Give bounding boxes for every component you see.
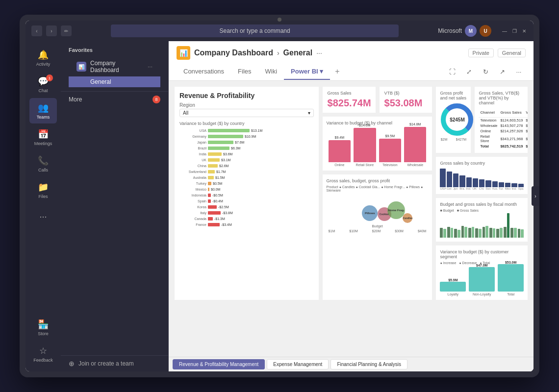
breadcrumb-options[interactable]: ··· bbox=[316, 49, 322, 57]
bar-fill-mexico bbox=[208, 188, 209, 191]
bar-value-turkey: $0.5M bbox=[213, 182, 222, 185]
channel-item-dashboard[interactable]: 📊 Company Dashboard ··· bbox=[69, 57, 160, 76]
compose-button[interactable]: ✏ bbox=[61, 25, 72, 36]
country-gross-box: Gross sales by country bbox=[436, 157, 528, 194]
sidebar-item-chat[interactable]: 💬 Chat 1 bbox=[29, 72, 57, 97]
chat-badge: 1 bbox=[46, 74, 53, 81]
app-layout: 🔔 Activity 💬 Chat 1 👥 Teams 📅 Meetings bbox=[25, 41, 534, 371]
sidebar-item-store[interactable]: 🏪 Store bbox=[29, 315, 57, 340]
bar-row-brazil: Brazil $6.3M bbox=[179, 146, 314, 150]
sidebar-label-feedback: Feedback bbox=[33, 358, 53, 363]
join-team-button[interactable]: ⊕ Join or create a team bbox=[69, 360, 160, 368]
forward-button[interactable]: › bbox=[46, 25, 57, 36]
toolbar-more-icon[interactable]: ··· bbox=[512, 65, 526, 78]
search-bar[interactable]: Search or type a command bbox=[111, 24, 399, 37]
header-actions: Private General bbox=[468, 49, 526, 57]
country-gross-labels: USA Ger. Jpn Bra. Ind. UK Chi. Swi. Aus. bbox=[440, 187, 524, 190]
country-label-france: France bbox=[179, 223, 206, 226]
breadcrumb: 📊 Company Dashboard › General ··· bbox=[177, 46, 322, 60]
general-channel-item[interactable]: General bbox=[69, 76, 160, 87]
tab-conversations[interactable]: Conversations bbox=[177, 64, 231, 80]
cell-tv-vtb: $9,477,499 bbox=[524, 118, 528, 123]
sidebar-label-teams: Teams bbox=[37, 115, 50, 120]
bar-fill-switzerland bbox=[208, 170, 215, 173]
join-label: Join or create a team bbox=[78, 360, 134, 367]
tab-files[interactable]: Files bbox=[231, 64, 258, 80]
bar-value-indonesia: -$0.5M bbox=[212, 194, 223, 197]
collapse-panel-button[interactable]: › bbox=[532, 186, 534, 206]
bar-fill-canada bbox=[208, 217, 213, 220]
pbi-tab-expense[interactable]: Expense Management bbox=[267, 359, 329, 369]
toolbar-refresh-icon[interactable]: ↻ bbox=[479, 65, 492, 78]
bubble-chart-axis: $1M$10M$20M$30M$40M bbox=[327, 229, 429, 233]
sidebar-item-files[interactable]: 📁 Files bbox=[29, 177, 57, 203]
tab-wiki[interactable]: Wiki bbox=[258, 64, 284, 80]
country-label-italy: Italy bbox=[179, 211, 206, 215]
sidebar-item-calls[interactable]: 📞 Calls bbox=[29, 151, 57, 176]
donut-label: $245M bbox=[450, 117, 465, 122]
col-channel: Channel bbox=[479, 107, 499, 118]
tab-powerbi[interactable]: Power BI ▾ bbox=[284, 64, 330, 80]
channel-chart-box: Variance to budget ($) by channel $9.4M … bbox=[323, 117, 432, 171]
bar-value-germany: $10.9M bbox=[245, 135, 256, 138]
vtb-kpi: VTB ($) $53.08M bbox=[380, 87, 432, 113]
minimize-button[interactable]: — bbox=[501, 27, 508, 34]
bar-value-mexico: $0.0M bbox=[211, 188, 220, 191]
bar-value-france: -$3.4M bbox=[221, 223, 232, 226]
bubble-candles: Candles bbox=[403, 213, 412, 223]
col-gross: Gross Sales bbox=[499, 107, 524, 118]
bar-fill-spain bbox=[208, 199, 211, 203]
cell-total-vtb: $53,076,635 bbox=[524, 144, 528, 149]
cell-retail-gross: $343,271,968 bbox=[499, 134, 524, 144]
donut-box: Gross profit and net sales $245M bbox=[436, 87, 471, 153]
close-button[interactable]: ✕ bbox=[521, 27, 528, 34]
toolbar-expand-icon[interactable]: ⛶ bbox=[445, 65, 459, 78]
toolbar-fullscreen-icon[interactable]: ⤢ bbox=[462, 65, 476, 78]
country-label-uk: UK bbox=[179, 158, 206, 162]
back-button[interactable]: ‹ bbox=[31, 25, 42, 36]
more-section: More 8 bbox=[61, 92, 168, 107]
tab-add-button[interactable]: + bbox=[330, 63, 344, 80]
meetings-icon: 📅 bbox=[38, 129, 49, 140]
segment-nonloyalty: $47.0M Non-Loyalty bbox=[469, 264, 495, 296]
gross-sales-chart-title: Gross sales, budget, gross profit bbox=[327, 178, 429, 183]
toolbar-row: ⛶ ⤢ ↻ ↗ ··· bbox=[445, 63, 526, 80]
sidebar-item-teams[interactable]: 👥 Teams bbox=[29, 98, 57, 123]
user-name: Microsoft bbox=[438, 27, 462, 34]
pbi-tab-revenue[interactable]: Revenue & Profitability Management bbox=[173, 359, 265, 369]
more-label[interactable]: More bbox=[69, 96, 82, 103]
cell-total-gross: $825,742,519 bbox=[499, 144, 524, 149]
sidebar-item-activity[interactable]: 🔔 Activity bbox=[29, 45, 57, 71]
channel-footer: ⊕ Join or create a team bbox=[61, 355, 168, 371]
channel-more-dots[interactable]: ··· bbox=[148, 63, 152, 70]
pbi-tab-financial[interactable]: Financial Planning & Analysis bbox=[330, 359, 407, 369]
cell-online-vtb: $8,560,948 bbox=[524, 128, 528, 134]
country-bar-chart: USA $13.1M Germany $10.9M bbox=[179, 128, 314, 227]
country-label-indonesia: Indonesia bbox=[179, 194, 206, 197]
donut-chart: $245M bbox=[440, 102, 474, 137]
country-label-japan: Japan bbox=[179, 141, 206, 144]
sidebar-item-feedback[interactable]: ☆ Feedback bbox=[29, 341, 57, 367]
fiscal-group-8 bbox=[489, 228, 495, 238]
bar-row-turkey: Turkey $0.5M bbox=[179, 181, 314, 186]
channel-bar-online: $9.4M Online bbox=[329, 136, 351, 167]
bar-row-china: China $2.6M bbox=[179, 163, 314, 168]
country-label-germany: Germany bbox=[179, 135, 206, 138]
calls-icon: 📞 bbox=[38, 155, 49, 166]
sidebar-item-more[interactable]: ··· bbox=[29, 204, 57, 229]
restore-button[interactable]: ❐ bbox=[511, 27, 518, 34]
user-avatar[interactable]: M bbox=[465, 25, 477, 37]
toolbar-external-icon[interactable]: ↗ bbox=[495, 65, 509, 78]
join-icon: ⊕ bbox=[69, 360, 75, 368]
section-title: Revenue & Profitability bbox=[179, 92, 314, 99]
region-select[interactable]: All ▾ bbox=[179, 109, 314, 117]
cell-online-gross: $214,257,926 bbox=[499, 128, 524, 134]
fiscal-group-6 bbox=[475, 228, 481, 238]
country-label-australia: Australia bbox=[179, 176, 206, 179]
user-avatar-2[interactable]: U bbox=[480, 25, 491, 37]
sidebar-item-meetings[interactable]: 📅 Meetings bbox=[29, 124, 57, 150]
bar-row-italy: Italy -$3.8M bbox=[179, 210, 314, 215]
channel-bar-tv: $9.5M Television bbox=[379, 134, 401, 167]
pbi-tabs: Revenue & Profitability Management Expen… bbox=[169, 357, 534, 371]
fiscal-group-7 bbox=[483, 226, 488, 238]
